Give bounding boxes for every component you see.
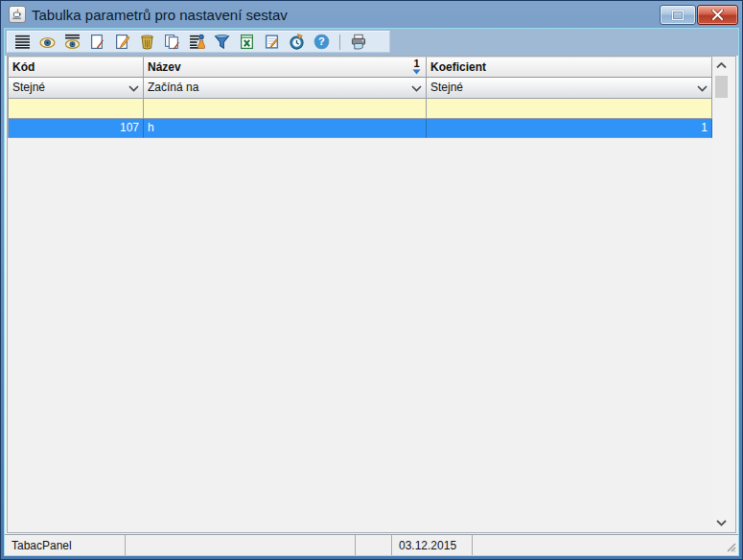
maximize-button[interactable] [660,5,696,25]
toolbar-button-new-record[interactable] [86,33,107,52]
statusbar-date: 03.12.2015 [392,535,473,555]
toolbar-button-view-list[interactable] [61,33,82,52]
scroll-up-button[interactable] [713,58,730,74]
filter-combo-value: Stejné [12,81,45,94]
filter-input-cell-nazev[interactable] [144,99,427,119]
coffee-cup-icon [12,9,24,21]
column-header-nazev[interactable]: Název 1 [144,57,427,78]
sort-order-number: 1 [411,58,422,69]
toolbar-button-help[interactable]: ? [311,33,332,52]
toolbar-button-refresh[interactable] [286,33,307,52]
toolbar-separator [339,35,340,50]
table-header-row: Kód Název 1 Koeficient [9,57,712,78]
parameters-table: Kód Název 1 Koeficient [8,57,712,138]
clock-refresh-icon [289,34,305,50]
toolbar-button-notes[interactable] [261,33,282,52]
table-area: Kód Název 1 Koeficient [7,56,736,533]
eye-icon [39,34,56,50]
new-document-icon [89,34,105,50]
toolbar-panel: ? [7,31,390,53]
excel-export-icon [239,34,255,50]
filter-operator-row: Stejné Začíná na Stejné [9,78,712,99]
app-window: Tabulka parametrů pro nastavení sestav [0,0,743,560]
sort-indicator: 1 [411,58,422,75]
cell-koeficient[interactable]: 1 [427,119,712,138]
titlebar[interactable]: Tabulka parametrů pro nastavení sestav [1,1,742,29]
notepad-icon [264,34,280,50]
svg-text:?: ? [318,35,325,47]
toolbar-button-edit-record[interactable] [111,33,132,52]
filter-combo-value: Začíná na [148,81,198,94]
sort-desc-arrow-icon [412,69,421,75]
toolbar-button-delete-record[interactable] [136,33,157,52]
table-row-selected[interactable]: 107 h 1 [9,119,712,138]
toolbar-button-copy-record[interactable] [161,33,182,52]
toolbar-button-excel-export[interactable] [236,33,257,52]
cell-kod[interactable]: 107 [9,119,144,138]
scroll-down-button[interactable] [713,515,730,531]
printer-icon [350,34,367,50]
toolbar-button-filter[interactable] [211,33,232,52]
filter-combo-kod[interactable]: Stejné [9,78,144,99]
edit-document-icon [114,34,130,50]
filter-combo-value: Stejné [430,81,463,94]
column-header-koeficient[interactable]: Koeficient [427,57,712,78]
statusbar-cell [356,535,392,555]
filter-input-cell-koeficient[interactable] [427,99,712,119]
java-app-icon [9,6,26,23]
help-icon: ? [313,34,330,50]
chevron-down-icon [128,85,139,92]
chevron-up-icon [716,62,727,69]
filter-combo-nazev[interactable]: Začíná na [144,78,427,99]
scrollbar-thumb[interactable] [715,76,728,98]
window-title: Tabulka parametrů pro nastavení sestav [32,1,288,29]
toolbar-button-view[interactable] [36,33,58,52]
resize-grip-icon[interactable] [724,540,736,552]
column-header-label: Název [148,60,181,74]
column-header-label: Koeficient [430,60,486,74]
filter-list-icon [189,34,205,50]
window-content: ? Kód [5,29,738,555]
statusbar-cell [126,535,356,555]
eye-list-icon [64,34,81,50]
filter-combo-koeficient[interactable]: Stejné [427,78,712,99]
toolbar-button-filter-settings[interactable] [186,33,207,52]
maximize-icon [672,11,684,20]
toolbar: ? [5,29,738,56]
close-icon [711,10,724,20]
trash-icon [139,34,155,50]
chevron-down-icon [411,85,422,92]
cell-nazev[interactable]: h [144,119,427,138]
statusbar: TabacPanel 03.12.2015 [5,534,738,555]
toolbar-button-list[interactable] [12,33,33,52]
chevron-down-icon [697,85,708,92]
copy-document-icon [164,34,180,50]
vertical-scrollbar[interactable] [713,58,730,531]
filter-input-row [9,99,712,119]
toolbar-button-print[interactable] [348,33,369,52]
statusbar-cell [473,535,738,555]
chevron-down-icon [716,520,727,526]
list-icon [14,34,31,50]
filter-input-cell-kod[interactable] [9,99,144,119]
statusbar-panel-name: TabacPanel [5,535,126,555]
column-header-label: Kód [12,60,35,74]
funnel-icon [214,34,230,50]
close-button[interactable] [697,5,738,25]
column-header-kod[interactable]: Kód [9,57,144,78]
